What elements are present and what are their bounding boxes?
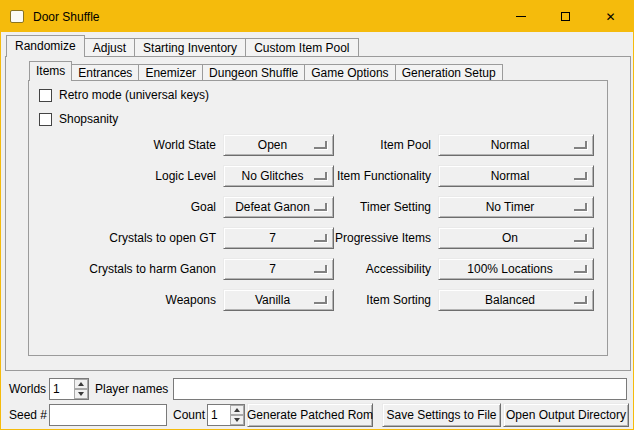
weapons-label: Weapons [41, 293, 216, 307]
minimize-icon [516, 16, 526, 17]
tab-items[interactable]: Items [29, 61, 72, 81]
tab-dungeon-shuffle[interactable]: Dungeon Shuffle [202, 64, 305, 81]
arrow-up-icon [234, 408, 240, 412]
minimize-button[interactable] [498, 1, 543, 32]
randomize-sub-tab-bar: Items Entrances Enemizer Dungeon Shuffle… [29, 61, 502, 81]
menu-indicator-icon [574, 172, 587, 180]
app-icon [10, 10, 24, 23]
player-names-input[interactable] [173, 378, 627, 400]
generate-patched-rom-button[interactable]: Generate Patched Rom [247, 403, 373, 427]
crystals-ganon-label: Crystals to harm Ganon [41, 262, 216, 276]
item-functionality-label: Item Functionality [256, 169, 431, 183]
arrow-down-icon [234, 418, 240, 422]
item-sorting-label: Item Sorting [256, 293, 431, 307]
close-button[interactable]: ✕ [588, 1, 633, 32]
open-output-directory-button[interactable]: Open Output Directory [503, 403, 629, 427]
tab-custom-item-pool[interactable]: Custom Item Pool [245, 38, 358, 57]
item-sorting-dropdown[interactable]: Balanced [438, 289, 594, 311]
timer-setting-dropdown[interactable]: No Timer [438, 196, 594, 218]
accessibility-label: Accessibility [256, 262, 431, 276]
goal-label: Goal [41, 200, 216, 214]
menu-indicator-icon [574, 265, 587, 273]
tab-game-options[interactable]: Game Options [304, 64, 395, 81]
count-label: Count [173, 408, 205, 422]
retro-mode-label: Retro mode (universal keys) [59, 89, 209, 102]
shopsanity-label: Shopsanity [59, 113, 118, 126]
arrow-up-icon [78, 382, 84, 386]
save-settings-button[interactable]: Save Settings to File [382, 403, 501, 427]
menu-indicator-icon [574, 203, 587, 211]
item-pool-dropdown[interactable]: Normal [438, 134, 594, 156]
seed-label: Seed # [9, 408, 47, 422]
timer-setting-label: Timer Setting [256, 200, 431, 214]
item-pool-label: Item Pool [256, 138, 431, 152]
menu-indicator-icon [574, 296, 587, 304]
tab-adjust[interactable]: Adjust [84, 38, 135, 57]
menu-indicator-icon [574, 141, 587, 149]
count-spin-down[interactable] [230, 415, 244, 425]
crystals-gt-label: Crystals to open GT [41, 231, 216, 245]
player-names-label: Player names [95, 382, 168, 396]
worlds-spin-buttons [74, 379, 88, 399]
tab-randomize[interactable]: Randomize [6, 35, 85, 57]
worlds-spin-down[interactable] [74, 389, 88, 399]
retro-mode-checkbox[interactable]: Retro mode (universal keys) [39, 89, 209, 102]
window-title: Door Shuffle [33, 10, 100, 24]
worlds-spin-up[interactable] [74, 379, 88, 389]
count-spinner [207, 404, 245, 426]
shopsanity-checkbox[interactable]: Shopsanity [39, 113, 118, 126]
menu-indicator-icon [574, 234, 587, 242]
seed-input[interactable] [49, 404, 167, 426]
checkbox-icon [39, 89, 52, 102]
count-spin-buttons [230, 405, 244, 425]
window-controls: ✕ [498, 1, 633, 32]
progressive-items-label: Progressive Items [256, 231, 431, 245]
worlds-input[interactable] [50, 379, 74, 399]
worlds-label: Worlds [9, 382, 46, 396]
tab-starting-inventory[interactable]: Starting Inventory [134, 38, 246, 57]
tab-entrances[interactable]: Entrances [71, 64, 139, 81]
maximize-icon [561, 12, 570, 21]
world-state-label: World State [41, 138, 216, 152]
checkbox-icon [39, 113, 52, 126]
titlebar[interactable]: Door Shuffle ✕ [1, 1, 633, 32]
count-input[interactable] [208, 405, 230, 425]
main-tab-bar: Randomize Adjust Starting Inventory Cust… [6, 35, 358, 57]
count-spin-up[interactable] [230, 405, 244, 415]
logic-level-label: Logic Level [41, 169, 216, 183]
progressive-items-dropdown[interactable]: On [438, 227, 594, 249]
door-shuffle-window: Door Shuffle ✕ Randomize Adjust Starting… [0, 0, 634, 430]
arrow-down-icon [78, 392, 84, 396]
accessibility-dropdown[interactable]: 100% Locations [438, 258, 594, 280]
item-functionality-dropdown[interactable]: Normal [438, 165, 594, 187]
close-icon: ✕ [605, 11, 615, 23]
tab-enemizer[interactable]: Enemizer [138, 64, 203, 81]
worlds-spinner [49, 378, 89, 400]
maximize-button[interactable] [543, 1, 588, 32]
tab-generation-setup[interactable]: Generation Setup [395, 64, 503, 81]
